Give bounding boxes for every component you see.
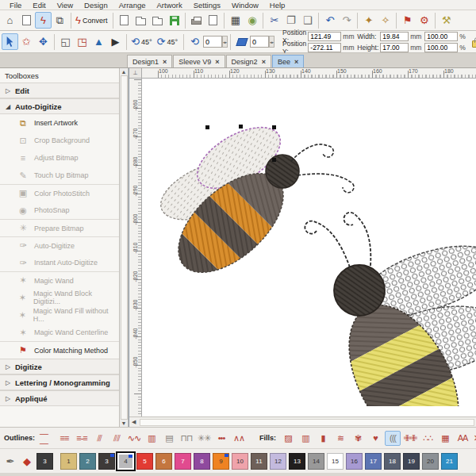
position-y-input[interactable] bbox=[308, 43, 341, 52]
toolbox-item-photosnap[interactable]: ◉PhotoSnap bbox=[0, 202, 119, 219]
outline-motif-run[interactable]: ∧∧ bbox=[231, 431, 247, 446]
skew-angle-input-spinner[interactable]: ◂▸ bbox=[269, 36, 274, 48]
reshape-tool-button[interactable]: ✥ bbox=[35, 33, 52, 50]
color-chip-20[interactable]: 20 bbox=[422, 453, 439, 470]
color-chip-1[interactable]: 1 bbox=[60, 453, 77, 470]
tab-sleeve-v9[interactable]: Sleeve V9× bbox=[173, 55, 225, 67]
color-chip-7[interactable]: 7 bbox=[175, 453, 191, 470]
toolbox-item-instant-auto-digitize[interactable]: ✑Instant Auto-Digitize bbox=[0, 254, 119, 271]
fill-satin-lines[interactable]: ▥ bbox=[298, 431, 313, 446]
design-properties-button[interactable]: ⚑ bbox=[399, 12, 416, 29]
toolbox-item-color-photostitch[interactable]: ▣Color PhotoStitch bbox=[0, 184, 119, 202]
pick-color-tool[interactable]: ✒ bbox=[3, 453, 17, 469]
edit-artwork-quick-button[interactable]: ✧ bbox=[377, 12, 393, 29]
tab-close-icon[interactable]: × bbox=[262, 58, 266, 66]
outline-run[interactable]: — — bbox=[39, 431, 55, 446]
canvas-horizontal-scrollbar[interactable]: ◀ bbox=[129, 416, 476, 427]
fill-motif-flower[interactable]: ✾ bbox=[350, 431, 366, 446]
scroll-left-icon[interactable]: ◀ bbox=[129, 419, 138, 425]
current-color-chip[interactable]: 3 bbox=[36, 453, 53, 470]
new-design-button[interactable] bbox=[116, 12, 132, 29]
menu-edit[interactable]: Edit bbox=[28, 1, 50, 10]
scroll-thumb[interactable] bbox=[121, 75, 128, 420]
menu-design[interactable]: Design bbox=[79, 1, 113, 10]
outline-triple-run[interactable]: ≡≡ bbox=[56, 431, 72, 446]
toolbox-item-magic-wand-centerline[interactable]: ✶Magic Wand Centerline bbox=[0, 324, 119, 341]
flip-horizontal-button[interactable]: ▶ bbox=[107, 33, 124, 50]
outline-raised-satin[interactable]: ▤ bbox=[161, 431, 177, 446]
toolbox-item-magic-wand-fill-without-h-[interactable]: ✶Magic Wand Fill without H... bbox=[0, 306, 119, 324]
color-chip-8[interactable]: 8 bbox=[194, 453, 210, 470]
tab-bee[interactable]: Bee× bbox=[272, 55, 304, 67]
color-chip-2[interactable]: 2 bbox=[79, 453, 96, 470]
toolbox-item-insert-artwork[interactable]: ⧉Insert Artwork bbox=[0, 114, 119, 132]
switch-design-mode-button[interactable]: ⧉ bbox=[52, 12, 68, 29]
outline-candlewicking[interactable]: ••• bbox=[213, 431, 229, 446]
rotate-angle-input[interactable] bbox=[203, 36, 222, 48]
toolbox-item-auto-digitize[interactable]: ✑Auto-Digitize bbox=[0, 236, 119, 254]
rotate-ccw-45-button[interactable]: ⟲45° bbox=[129, 33, 155, 50]
color-chip-15[interactable]: 15 bbox=[327, 453, 344, 470]
embroidery-canvas-button[interactable]: ϟ bbox=[35, 12, 52, 29]
outline-blanket[interactable]: ⊓⊓ bbox=[178, 431, 194, 446]
outline-stem-stitch[interactable]: ⫻ bbox=[91, 431, 107, 446]
fill-motif-crosses[interactable]: ✙✙ bbox=[402, 431, 418, 446]
polygon-select-tool-button[interactable]: ✩ bbox=[18, 33, 35, 50]
artwork-canvas-button[interactable] bbox=[18, 12, 35, 29]
menu-view[interactable]: View bbox=[52, 1, 78, 10]
tab-close-icon[interactable]: × bbox=[294, 58, 298, 66]
toolbox-item-prepare-bitmap[interactable]: ✳Prepare Bitmap bbox=[0, 219, 119, 236]
tab-close-icon[interactable]: × bbox=[163, 58, 167, 66]
color-chip-5[interactable]: 5 bbox=[136, 453, 153, 470]
print-design-button[interactable] bbox=[188, 12, 205, 29]
color-chip-11[interactable]: 11 bbox=[251, 453, 267, 470]
apply-color-tool[interactable]: ◆ bbox=[20, 453, 34, 469]
menu-help[interactable]: Help bbox=[265, 1, 290, 10]
scale-by-height-button[interactable]: ◳ bbox=[74, 33, 90, 50]
toolbox-item-adjust-bitmap[interactable]: ≡Adjust Bitmap bbox=[0, 149, 119, 167]
send-to-mouse-button[interactable]: ◉ bbox=[244, 12, 260, 29]
menu-settings[interactable]: Settings bbox=[189, 1, 225, 10]
menu-window[interactable]: Window bbox=[227, 1, 263, 10]
scale-by-width-button[interactable]: ◱ bbox=[57, 33, 74, 50]
rotate-angle-input-spinner[interactable]: ◂▸ bbox=[222, 36, 228, 48]
outline-satin-angled[interactable]: ⫽⫽ bbox=[109, 431, 125, 446]
color-chip-6[interactable]: 6 bbox=[155, 453, 172, 470]
color-chip-4[interactable]: 4 bbox=[117, 453, 134, 470]
scroll-up-icon[interactable]: ▲ bbox=[121, 69, 127, 75]
color-chip-12[interactable]: 12 bbox=[270, 453, 286, 470]
print-preview-button[interactable] bbox=[205, 12, 221, 29]
toolbox-item-crop-background[interactable]: ⊡Crop Background bbox=[0, 132, 119, 149]
fill-heart[interactable]: ♥ bbox=[367, 431, 383, 446]
rotate-cw-45-button[interactable]: ⟳45° bbox=[155, 33, 182, 50]
menu-artwork[interactable]: Artwork bbox=[152, 1, 187, 10]
color-chip-19[interactable]: 19 bbox=[403, 453, 420, 470]
scale-y-input[interactable] bbox=[424, 43, 458, 52]
menu-arrange[interactable]: Arrange bbox=[114, 1, 151, 10]
scroll-track[interactable] bbox=[140, 419, 474, 426]
color-chip-3[interactable]: 3 bbox=[98, 453, 115, 470]
proportional-lock-button[interactable] bbox=[468, 33, 476, 50]
toolbox-item-touch-up-bitmap[interactable]: ✎Touch Up Bitmap bbox=[0, 167, 119, 184]
color-chip-17[interactable]: 17 bbox=[365, 453, 382, 470]
outline-backstitch[interactable]: ≡-≡ bbox=[74, 431, 90, 446]
design-settings-gear-button[interactable]: ⚙ bbox=[416, 12, 432, 29]
scroll-down-icon[interactable]: ▼ bbox=[121, 420, 127, 426]
undo-button[interactable]: ↶ bbox=[321, 12, 338, 29]
flip-vertical-button[interactable]: ▲ bbox=[90, 33, 107, 50]
tab-design2[interactable]: Design2× bbox=[226, 55, 271, 67]
outline-zigzag[interactable]: ∿∿ bbox=[126, 431, 142, 446]
rotate-custom-button[interactable]: ⟲ bbox=[186, 33, 203, 50]
color-chip-21[interactable]: 21 bbox=[441, 453, 458, 470]
insert-artwork-quick-button[interactable]: ✦ bbox=[360, 12, 377, 29]
color-chip-18[interactable]: 18 bbox=[384, 453, 401, 470]
color-chip-9[interactable]: 9 bbox=[213, 453, 229, 470]
home-button[interactable]: ⌂ bbox=[2, 12, 18, 29]
tab-design1[interactable]: Design1× bbox=[127, 55, 172, 67]
height-input[interactable] bbox=[380, 43, 409, 52]
skew-tool-button[interactable] bbox=[233, 33, 250, 50]
open-design-button[interactable] bbox=[132, 12, 149, 29]
color-chip-13[interactable]: 13 bbox=[289, 453, 305, 470]
toolbox-section-digitize[interactable]: ▷Digitize bbox=[0, 359, 119, 374]
toolbox-item-magic-wand[interactable]: ✶Magic Wand bbox=[0, 271, 119, 289]
